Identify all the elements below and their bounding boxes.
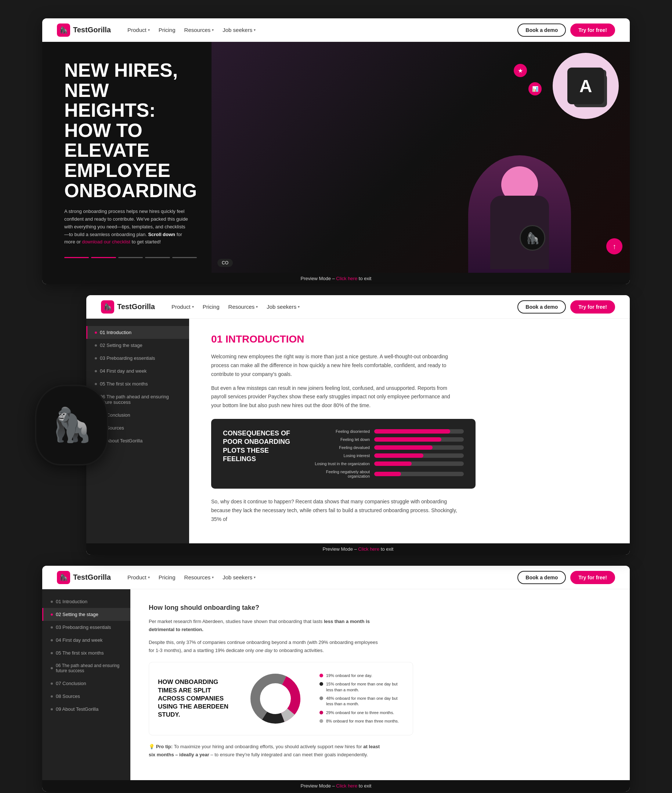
chart-icon: 📊: [528, 82, 542, 96]
nav-links-s2: Product ▾ Pricing Resources ▾ Job seeker…: [171, 304, 506, 310]
upload-button[interactable]: ↑: [606, 238, 622, 254]
progress-bar-5: [172, 257, 197, 258]
nav-job-seekers[interactable]: Job seekers ▾: [222, 27, 256, 33]
nav-resources-s3[interactable]: Resources ▾: [184, 574, 214, 580]
bar-row: Feeling disoriented: [311, 429, 464, 433]
s3-sidebar-01[interactable]: 01 Introduction: [42, 595, 130, 608]
section1-wrapper: 🦍 TestGorilla Product ▾ Pricing Resource…: [42, 18, 630, 284]
legend-dot: [320, 719, 323, 723]
hero-subtitle: A strong onboarding process helps new hi…: [64, 208, 189, 246]
nav-section2: 🦍 TestGorilla Product ▾ Pricing Resource…: [86, 295, 630, 319]
preview-exit-link[interactable]: Click here: [336, 276, 357, 281]
book-demo-button-s2[interactable]: Book a demo: [517, 300, 566, 313]
sidebar-item-04-firstday[interactable]: 04 First day and week: [86, 365, 189, 377]
try-free-button-s2[interactable]: Try for free!: [570, 300, 615, 313]
bar-chart: Feeling disoriented Feeling let down Fee…: [311, 429, 464, 478]
sidebar-item-01-intro[interactable]: 01 Introduction: [86, 326, 189, 339]
chevron-down-icon: ▾: [212, 28, 214, 32]
hero-section: NEW HIRES, NEW HEIGHTS: HOW TO ELEVATE E…: [42, 42, 630, 273]
nav-pricing[interactable]: Pricing: [158, 27, 176, 33]
sidebar-item-05-sixmonths[interactable]: 05 The first six months: [86, 377, 189, 390]
progress-bar-2: [91, 257, 116, 258]
pro-tip: 💡 Pro tip: To maximize your hiring and o…: [149, 743, 384, 759]
consequences-box: CONSEQUENCES OF POOR ONBOARDING PLOTS TH…: [211, 419, 475, 489]
nav-resources-s2[interactable]: Resources ▾: [229, 304, 258, 310]
chevron-down-icon: ▾: [148, 28, 150, 32]
nav-product-s2[interactable]: Product ▾: [171, 304, 194, 310]
s3-sidebar-09[interactable]: 09 About TestGorilla: [42, 703, 130, 716]
nav-product-s3[interactable]: Product ▾: [127, 574, 150, 580]
nav-product[interactable]: Product ▾: [127, 27, 150, 33]
s3-sidebar-04[interactable]: 04 First day and week: [42, 634, 130, 646]
s3-layout: 01 Introduction 02 Setting the stage 03 …: [42, 589, 630, 780]
s3-sidebar-07[interactable]: 07 Conclusion: [42, 677, 130, 690]
donut-legend-item: 15% onboard for more than one day but le…: [320, 681, 404, 693]
donut-legend-item: 8% onboard for more than three months.: [320, 718, 404, 724]
preview-exit-link-2[interactable]: Click here: [358, 546, 379, 552]
sidebar-dot: [95, 370, 97, 372]
try-free-button-s3[interactable]: Try for free!: [570, 571, 615, 584]
download-link[interactable]: download our checklist: [82, 239, 130, 245]
bar-track: [374, 472, 464, 476]
logo-icon-s2: 🦍: [101, 300, 114, 313]
nav-job-s2[interactable]: Job seekers ▾: [267, 304, 300, 310]
chevron-icon-j-s3: ▾: [254, 575, 256, 579]
sidebar-item-02-stage[interactable]: 02 Setting the stage: [86, 339, 189, 352]
article-para1: Welcoming new employees the right way is…: [211, 352, 461, 379]
book-demo-button-s3[interactable]: Book a demo: [517, 571, 566, 584]
legend-text: 29% onboard for one to three months.: [326, 710, 394, 716]
s3-article-content: How long should onboarding take? Per mar…: [130, 589, 630, 780]
preview-bar-3: Preview Mode – Click here to exit: [42, 780, 630, 791]
bar-row: Feeling let down: [311, 437, 464, 442]
section-label: 01 INTRODUCTION: [211, 333, 608, 345]
bar-label: Feeling negatively about organization: [311, 470, 370, 478]
nav-pricing-s3[interactable]: Pricing: [158, 574, 176, 580]
bar-fill: [374, 472, 401, 476]
brand-name-s3: TestGorilla: [73, 573, 111, 582]
chevron-down-icon: ▾: [254, 28, 256, 32]
preview-bar-1: Preview Mode – Click here to exit: [42, 273, 630, 284]
co-badge[interactable]: CO: [218, 259, 233, 267]
nav-pricing-s2[interactable]: Pricing: [203, 304, 219, 310]
progress-bar-3: [118, 257, 143, 258]
sidebar-dot: [95, 331, 97, 334]
s3-section-title: How long should onboarding take?: [149, 604, 611, 612]
logo-s2[interactable]: 🦍 TestGorilla: [101, 300, 160, 313]
legend-dot: [320, 711, 323, 715]
try-free-button[interactable]: Try for free!: [570, 24, 615, 37]
book-demo-button[interactable]: Book a demo: [517, 24, 566, 37]
bar-track: [374, 445, 464, 450]
bar-track: [374, 437, 464, 442]
s3-sidebar-06[interactable]: 06 The path ahead and ensuring future su…: [42, 659, 130, 677]
bar-fill: [374, 445, 433, 450]
sidebar-s3: 01 Introduction 02 Setting the stage 03 …: [42, 589, 130, 780]
nav-resources[interactable]: Resources ▾: [184, 27, 214, 33]
legend-dot: [320, 674, 323, 677]
donut-legend: 19% onboard for one day. 15% onboard for…: [320, 673, 404, 724]
legend-text: 15% onboard for more than one day but le…: [326, 681, 404, 693]
preview-exit-link-3[interactable]: Click here: [336, 783, 357, 788]
bar-row: Losing interest: [311, 453, 464, 458]
s3-sidebar-05[interactable]: 05 The first six months: [42, 646, 130, 659]
logo-s3[interactable]: 🦍 TestGorilla: [57, 571, 116, 584]
nav-buttons-s3: Book a demo Try for free!: [517, 571, 615, 584]
donut-svg: [248, 671, 303, 726]
s3-sidebar-08[interactable]: 08 Sources: [42, 690, 130, 703]
legend-text: 8% onboard for more than three months.: [326, 718, 399, 724]
sidebar-item-03-preboard[interactable]: 03 Preboarding essentials: [86, 352, 189, 365]
nav-section1: 🦍 TestGorilla Product ▾ Pricing Resource…: [42, 18, 630, 42]
gorilla-sticker: 🦍: [35, 385, 108, 465]
hero-badge: A: [553, 53, 619, 119]
bar-row: Feeling devalued: [311, 445, 464, 450]
bar-fill: [374, 429, 450, 433]
logo[interactable]: 🦍 TestGorilla: [57, 24, 116, 37]
s3-sidebar-02[interactable]: 02 Setting the stage: [42, 608, 130, 621]
nav-section3: 🦍 TestGorilla Product ▾ Pricing Resource…: [42, 566, 630, 589]
bar-label: Losing interest: [311, 453, 370, 458]
nav-job-s3[interactable]: Job seekers ▾: [222, 574, 256, 580]
bar-track: [374, 462, 464, 466]
svg-point-5: [262, 686, 288, 711]
box-title: CONSEQUENCES OF POOR ONBOARDING PLOTS TH…: [223, 429, 296, 478]
s3-sidebar-03[interactable]: 03 Preboarding essentials: [42, 621, 130, 634]
s3-para2: Despite this, only 37% of companies cont…: [149, 638, 384, 655]
